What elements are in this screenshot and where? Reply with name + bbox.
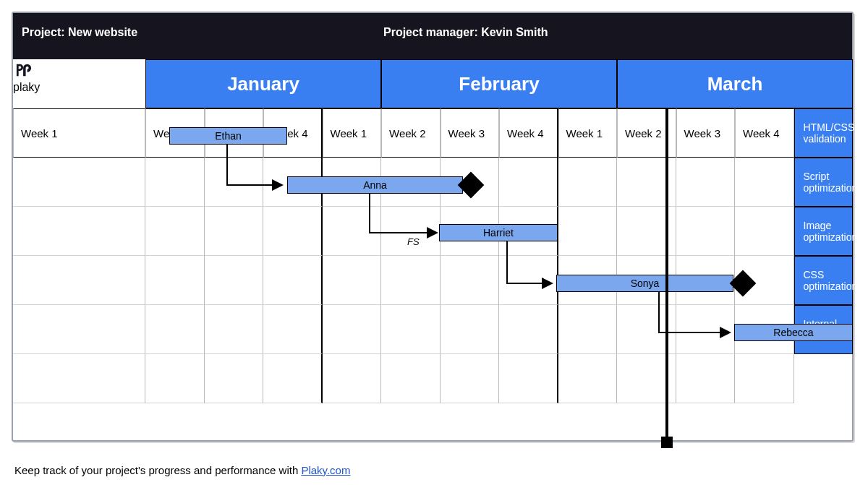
week-header: Week 4 — [735, 108, 794, 158]
week-header: Week 4 — [263, 108, 323, 158]
week-header: Week 3 — [205, 108, 264, 158]
month-header: March — [617, 59, 853, 108]
task-label: CSS optimization — [794, 256, 854, 305]
caption: Keep track of your project's progress an… — [14, 464, 350, 476]
today-marker-icon — [661, 437, 673, 448]
gantt-chart-frame: Project: New website Project manager: Ke… — [12, 12, 854, 442]
project-manager: Project manager: Kevin Smith — [375, 13, 852, 59]
plaky-link[interactable]: Plaky.com — [301, 464, 350, 476]
week-header: Week 2 — [381, 108, 441, 158]
week-header: Week 3 — [676, 108, 736, 158]
month-header: February — [381, 59, 617, 108]
week-header: Week 1 — [558, 108, 618, 158]
week-header: Week 1 — [13, 108, 145, 158]
today-line — [665, 108, 668, 441]
week-header: Week 2 — [145, 108, 205, 158]
caption-text: Keep track of your project's progress an… — [14, 464, 301, 476]
topbar: Project: New website Project manager: Ke… — [13, 13, 852, 59]
week-header: Week 3 — [441, 108, 500, 158]
project-title: Project: New website — [13, 13, 375, 59]
task-label: Script optimization — [794, 158, 854, 207]
task-label: Internal links — [794, 305, 854, 354]
task-label: HTML/CSS validation — [794, 108, 854, 158]
gantt-grid: plaky January February March Week 1 Week… — [13, 59, 852, 403]
brand-cell: plaky — [13, 59, 145, 108]
week-header: Week 4 — [499, 108, 558, 158]
brand-text: plaky — [13, 81, 40, 93]
month-header: January — [145, 59, 381, 108]
task-label: Image optimization — [794, 207, 854, 256]
week-header: Week 1 — [323, 108, 382, 158]
plaky-logo-icon — [13, 59, 35, 81]
